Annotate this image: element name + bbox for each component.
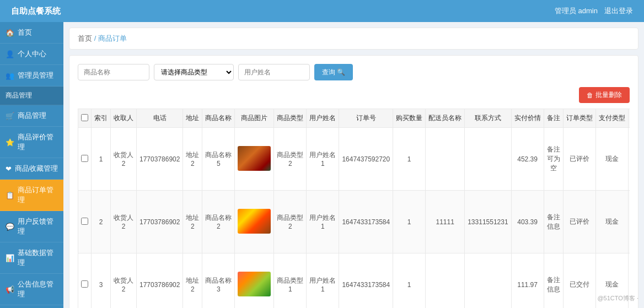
product-name-input[interactable]	[78, 64, 149, 80]
sidebar-item-label: 商品订单管理	[18, 185, 58, 205]
main-content: 首页 / 商品订单 请选择商品类型 类型1 类型2 查询 🔍	[63, 22, 644, 308]
table-wrap: 索引 收取人 电话 地址 商品名称 商品图片 商品类型 用户姓名 订单号 购买数…	[78, 109, 630, 308]
table-row: 1 收货人2 17703786902 地址2 商品名称5 商品类型2 用户姓名1…	[78, 128, 630, 191]
col-actual-price: 实付价情	[511, 109, 544, 128]
cell-delivery-phone: 13311551231	[465, 191, 511, 253]
sidebar-item-order[interactable]: 📋 商品订单管理	[0, 180, 63, 211]
cell-order-no: 1647433173584	[339, 191, 393, 253]
sidebar-item-personal[interactable]: 👤 个人中心	[0, 44, 63, 65]
sidebar-item-base-data[interactable]: 📊 基础数据管理	[0, 242, 63, 274]
sidebar-section-label: 商品管理	[6, 91, 32, 100]
cell-payment-type: 现金	[595, 128, 628, 191]
search-button[interactable]: 查询 🔍	[314, 64, 353, 80]
sidebar: 🏠 首页 👤 个人中心 👥 管理员管理 商品管理 🛒 商品管理 ⭐ 商品评价管理…	[0, 22, 63, 308]
row-checkbox[interactable]	[81, 155, 88, 162]
cell-quantity: 1	[393, 191, 426, 253]
sidebar-item-goods-review[interactable]: ⭐ 商品评价管理	[0, 127, 63, 158]
cell-payment-type: 现金	[595, 191, 628, 253]
sidebar-item-label: 个人中心	[18, 49, 46, 59]
cell-username: 用户姓名1	[307, 128, 339, 191]
cell-phone: 17703786902	[137, 128, 183, 191]
cell-address: 地址2	[183, 128, 202, 191]
cell-address: 地址2	[183, 191, 202, 253]
col-order-type: 订单类型	[563, 109, 595, 128]
order-icon: 📋	[6, 191, 14, 199]
breadcrumb: 首页 / 商品订单	[69, 28, 638, 50]
cell-phone: 17703786902	[137, 191, 183, 253]
feedback-icon: 💬	[6, 223, 14, 231]
filter-bar: 请选择商品类型 类型1 类型2 查询 🔍	[78, 64, 630, 80]
row-checkbox[interactable]	[81, 280, 88, 288]
heart-icon: ❤	[6, 165, 12, 173]
person-icon: 👤	[6, 50, 14, 58]
notice-icon: 📢	[6, 285, 14, 294]
cell-product-type: 商品类型2	[274, 191, 307, 253]
goods-icon: 🛒	[6, 112, 14, 120]
layout: 🏠 首页 👤 个人中心 👥 管理员管理 商品管理 🛒 商品管理 ⭐ 商品评价管理…	[0, 22, 644, 308]
col-delivery-phone: 联系方式	[465, 109, 511, 128]
cell-delivery-phone	[465, 128, 511, 191]
search-label: 查询 🔍	[322, 68, 345, 77]
sidebar-item-label: 公告信息管理	[18, 279, 58, 299]
col-quantity: 购买数量	[393, 109, 426, 128]
sidebar-item-goods-collect[interactable]: ❤ 商品收藏管理	[0, 158, 63, 180]
cell-username: 用户姓名1	[307, 253, 339, 309]
col-remark: 备注	[544, 109, 563, 128]
app-title: 自助点餐系统	[11, 6, 61, 17]
col-product-type: 商品类型	[274, 109, 307, 128]
cell-receiver: 收货人2	[111, 253, 137, 309]
cell-index: 3	[92, 253, 111, 309]
username-input[interactable]	[238, 64, 310, 80]
header-right: 管理员 admin 退出登录	[555, 6, 633, 16]
batch-delete-button[interactable]: 🗑 批量删除	[579, 87, 630, 103]
sidebar-section-goods: 商品管理	[0, 87, 63, 105]
cell-order-type: 已交付	[563, 253, 595, 309]
cell-index: 2	[92, 191, 111, 253]
watermark: @51CTO博客 ·	[597, 294, 638, 302]
cell-remark: 备注可为空	[544, 128, 563, 191]
sidebar-item-user-review[interactable]: 💬 用户反馈管理	[0, 211, 63, 242]
sidebar-item-label: 商品管理	[18, 111, 46, 121]
cell-created-time: 2022-03-16 20:1 9:34	[628, 191, 630, 253]
cell-product-type: 商品类型2	[274, 128, 307, 191]
cell-delivery-name	[426, 253, 465, 309]
logout-link[interactable]: 退出登录	[604, 6, 633, 16]
cell-product-type: 商品类型1	[274, 253, 307, 309]
product-image	[238, 146, 271, 171]
product-image	[238, 272, 271, 296]
action-bar: 🗑 批量删除	[78, 87, 630, 103]
sidebar-item-user[interactable]: 👤 用户管理	[0, 305, 63, 308]
col-phone: 电话	[137, 109, 183, 128]
cell-quantity: 1	[393, 253, 426, 309]
cell-product-img	[235, 128, 274, 191]
product-type-select[interactable]: 请选择商品类型 类型1 类型2	[154, 64, 234, 80]
sidebar-item-goods[interactable]: 🛒 商品管理	[0, 105, 63, 127]
users-icon: 👥	[6, 72, 14, 80]
col-product-name: 商品名称	[202, 109, 235, 128]
cell-remark: 备注信息	[544, 253, 563, 309]
sidebar-item-label: 商品收藏管理	[15, 164, 58, 174]
cell-product-name: 商品名称3	[202, 253, 235, 309]
select-all-checkbox[interactable]	[81, 114, 88, 121]
orders-table: 索引 收取人 电话 地址 商品名称 商品图片 商品类型 用户姓名 订单号 购买数…	[78, 109, 630, 308]
sidebar-item-admin[interactable]: 👥 管理员管理	[0, 65, 63, 87]
col-index: 索引	[92, 109, 111, 128]
home-icon: 🏠	[6, 29, 14, 37]
cell-order-no: 1647433173584	[339, 253, 393, 309]
cell-created-time: 2022-03-16 21:3 3:13	[628, 128, 630, 191]
header: 自助点餐系统 管理员 admin 退出登录	[0, 0, 644, 22]
cell-actual-price: 111.97	[511, 253, 544, 309]
breadcrumb-current: 商品订单	[98, 34, 127, 42]
breadcrumb-home[interactable]: 首页	[78, 34, 92, 42]
cell-order-no: 1647437592720	[339, 128, 393, 191]
col-product-img: 商品图片	[235, 109, 274, 128]
sidebar-item-notice[interactable]: 📢 公告信息管理	[0, 274, 63, 305]
cell-order-type: 已评价	[563, 128, 595, 191]
sidebar-item-label: 基础数据管理	[18, 248, 58, 268]
cell-address: 地址2	[183, 253, 202, 309]
cell-index: 1	[92, 128, 111, 191]
col-delivery-name: 配送员名称	[426, 109, 465, 128]
row-checkbox[interactable]	[81, 218, 88, 225]
cell-quantity: 1	[393, 128, 426, 191]
sidebar-item-home[interactable]: 🏠 首页	[0, 22, 63, 44]
